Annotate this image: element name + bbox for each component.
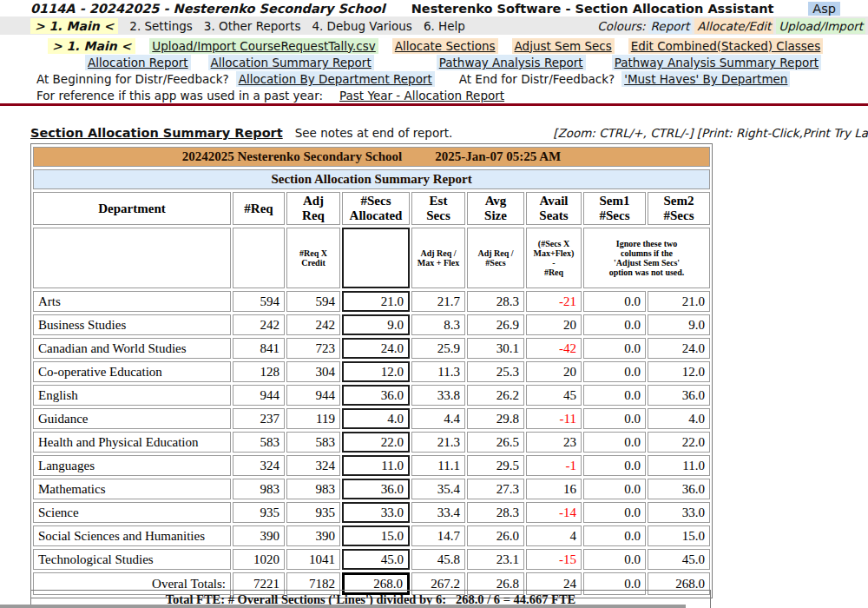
est-secs-cell: 11.1 <box>411 455 465 476</box>
adj-req-cell: 324 <box>286 455 340 476</box>
caption-school: 20242025 Nesterenko Secondary School <box>182 149 402 163</box>
department-cell: Social Sciences and Humanities <box>33 525 231 546</box>
asp-link[interactable]: Asp <box>808 2 840 16</box>
secs-allocated-cell[interactable]: 15.0 <box>342 525 410 546</box>
req-cell: 944 <box>233 385 285 406</box>
tab-help[interactable]: 6. Help <box>424 19 465 33</box>
avail-seats-cell: 20 <box>526 361 582 382</box>
colour-legend-label: Colours: <box>597 19 645 33</box>
adj-req-cell: 935 <box>286 502 340 523</box>
adj-req-cell: 1041 <box>286 549 340 570</box>
col-header-4: Est Secs <box>411 192 465 225</box>
col-subheader-5: Adj Req / #Secs <box>467 228 524 288</box>
avail-seats-cell: -11 <box>526 408 582 429</box>
col-subheader-6: (#Secs X Max+Flex) - #Req <box>526 228 582 288</box>
est-secs-cell: 25.9 <box>411 338 465 359</box>
report-title: Section Allocation Summary Report <box>30 126 283 140</box>
secs-allocated-cell[interactable]: 9.0 <box>342 314 410 335</box>
colour-legend: Colours:ReportAllocate/EditUpload/Import <box>597 19 865 33</box>
col-header-3: #Secs Allocated <box>342 192 410 225</box>
adj-req-cell: 723 <box>286 338 340 359</box>
avail-seats-cell: -14 <box>526 502 582 523</box>
secs-allocated-cell[interactable]: 45.0 <box>342 549 410 570</box>
col-header-5: Avg Size <box>467 192 524 225</box>
avail-seats-cell: 45 <box>526 385 582 406</box>
main-nav: > 1. Main < 2. Settings 3. Other Reports… <box>0 17 868 35</box>
past-year-row: For reference if this app was used in a … <box>0 88 868 103</box>
col-header-0: Department <box>33 192 231 225</box>
upload-import-link[interactable]: Upload/Import CourseRequestTally.csv <box>149 38 378 54</box>
tab-settings[interactable]: 2. Settings <box>129 19 193 33</box>
allocation-report-link[interactable]: Allocation Report <box>85 55 191 70</box>
req-cell: 841 <box>233 338 285 359</box>
avg-size-cell: 26.2 <box>467 385 524 406</box>
req-cell: 242 <box>233 314 285 335</box>
past-year-allocation-report-link[interactable]: Past Year - Allocation Report <box>337 88 507 103</box>
col-header-1: #Req <box>233 192 285 225</box>
avail-seats-cell: -1 <box>526 455 582 476</box>
department-cell: Guidance <box>33 408 231 429</box>
table-caption-school-date: 20242025 Nesterenko Secondary School2025… <box>33 147 710 167</box>
tab-other-reports[interactable]: 3. Other Reports <box>204 19 301 33</box>
sem1-secs-cell: 0.0 <box>583 338 646 359</box>
department-cell: Health and Physical Education <box>33 432 231 453</box>
department-cell: Science <box>33 502 231 523</box>
avail-seats-cell: -42 <box>526 338 582 359</box>
secs-allocated-cell[interactable]: 11.0 <box>342 455 410 476</box>
app-window: 0114A - 20242025 - Nesterenko Secondary … <box>0 0 868 608</box>
horizontal-scrollbar[interactable] <box>0 605 686 608</box>
avg-size-cell: 30.1 <box>467 338 524 359</box>
pathway-analysis-summary-report-link[interactable]: Pathway Analysis Summary Report <box>612 55 821 70</box>
department-cell: Canadian and World Studies <box>33 338 231 359</box>
department-cell: Technological Studies <box>33 549 231 570</box>
sem1-secs-cell: 0.0 <box>583 502 646 523</box>
pathway-analysis-report-link[interactable]: Pathway Analysis Report <box>437 55 586 70</box>
secs-allocated-cell[interactable]: 36.0 <box>342 479 410 499</box>
secs-allocated-cell[interactable]: 21.0 <box>342 291 410 312</box>
est-secs-cell: 21.7 <box>411 291 465 312</box>
est-secs-cell: 33.8 <box>411 385 465 406</box>
secs-allocated-cell[interactable]: 24.0 <box>342 338 410 359</box>
sem1-secs-cell: 0.0 <box>583 479 646 499</box>
edit-combined-link[interactable]: Edit Combined(Stacked) Classes <box>628 38 823 54</box>
secs-allocated-cell[interactable]: 4.0 <box>342 408 410 429</box>
tab-debug-various[interactable]: 4. Debug Various <box>312 19 411 33</box>
table-row: Social Sciences and Humanities39039015.0… <box>33 525 710 546</box>
colour-key-allocate-edit: Allocate/Edit <box>694 18 773 34</box>
est-secs-cell: 33.4 <box>411 502 465 523</box>
table-row: Mathematics98398336.035.427.3160.036.0 <box>33 479 710 499</box>
sem2-secs-cell: 33.0 <box>648 502 710 523</box>
adj-req-cell: 983 <box>286 479 340 499</box>
est-secs-cell: 21.3 <box>411 432 465 453</box>
must-haves-by-department-link[interactable]: 'Must Haves' By Departmen <box>621 71 790 87</box>
colour-key-upload-import: Upload/Import <box>776 18 865 34</box>
secs-allocated-cell[interactable]: 12.0 <box>342 361 410 382</box>
sem1-secs-cell: 0.0 <box>583 408 646 429</box>
sem1-secs-cell: 0.0 <box>583 432 646 453</box>
avg-size-cell: 27.3 <box>467 479 524 499</box>
sem2-secs-cell: 36.0 <box>648 385 710 406</box>
tab-main[interactable]: > 1. Main < <box>30 18 118 34</box>
req-cell: 583 <box>233 432 285 453</box>
sem1-secs-cell: 0.0 <box>583 361 646 382</box>
adjust-sem-secs-link[interactable]: Adjust Sem Secs <box>512 38 615 54</box>
sub-nav: > 1. Main < Upload/Import CourseRequestT… <box>0 37 868 54</box>
adj-req-cell: 390 <box>286 525 340 546</box>
allocate-sections-link[interactable]: Allocate Sections <box>392 38 498 54</box>
table-row: Health and Physical Education58358322.02… <box>33 432 710 453</box>
sem2-secs-cell: 24.0 <box>648 338 710 359</box>
secs-allocated-cell[interactable]: 22.0 <box>342 432 410 453</box>
sem2-secs-cell: 4.0 <box>648 408 710 429</box>
sem2-secs-cell: 11.0 <box>648 455 710 476</box>
feedback-links-row: At Beginning for Distr/Feedback? Allocat… <box>0 71 868 87</box>
sem2-secs-cell: 9.0 <box>648 314 710 335</box>
req-cell: 390 <box>233 525 285 546</box>
school-title: 0114A - 20242025 - Nesterenko Secondary … <box>30 2 385 16</box>
department-cell: Co-operative Education <box>33 361 231 382</box>
app-title: Nesterenko Software - Section Allocation… <box>411 2 774 16</box>
secs-allocated-cell[interactable]: 33.0 <box>342 502 410 523</box>
secs-allocated-cell[interactable]: 36.0 <box>342 385 410 406</box>
avail-seats-cell: 4 <box>526 525 582 546</box>
allocation-by-department-link[interactable]: Allocation By Department Report <box>236 71 435 87</box>
allocation-summary-report-link[interactable]: Allocation Summary Report <box>208 55 374 70</box>
